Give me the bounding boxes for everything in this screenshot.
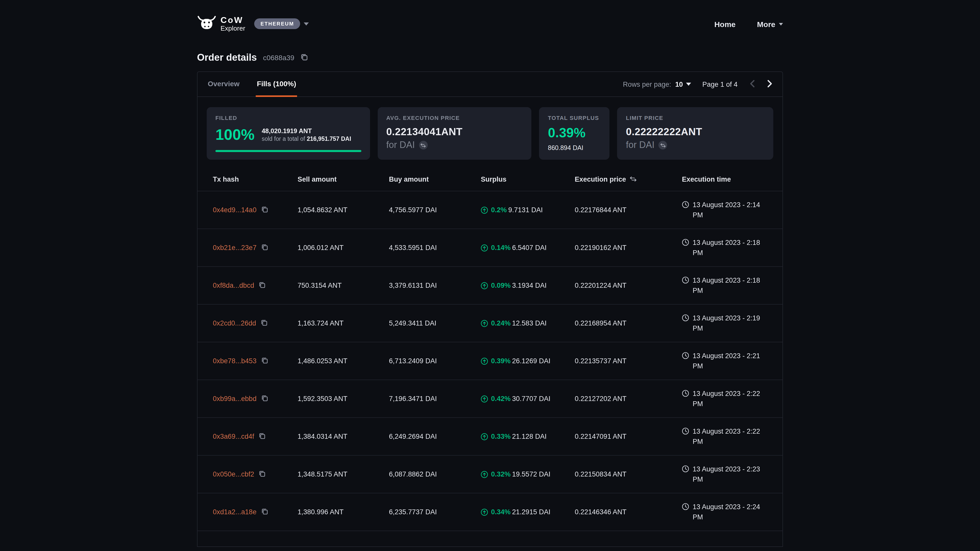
- execution-time: 13 August 2023 - 2:18 PM: [682, 238, 774, 258]
- execution-price: 0.22201224 ANT: [575, 282, 682, 289]
- previous-page-button[interactable]: [749, 79, 756, 89]
- avg-execution-price-label: AVG. EXECUTION PRICE: [386, 115, 523, 121]
- limit-price-value: 0.22222222ANT: [626, 126, 765, 138]
- tx-hash-link[interactable]: 0xf8da...dbcd: [213, 282, 254, 289]
- tx-hash-link[interactable]: 0x4ed9...14a0: [213, 206, 256, 214]
- network-selector[interactable]: ETHEREUM: [255, 19, 309, 29]
- chevron-down-icon: [686, 83, 691, 86]
- surplus-percent: 0.39%: [491, 357, 511, 365]
- execution-time-text: 13 August 2023 - 2:18 PM: [693, 238, 769, 258]
- tx-hash-link[interactable]: 0xb21e...23e7: [213, 244, 256, 251]
- surplus-up-icon: [481, 320, 488, 327]
- cow-icon: [197, 16, 216, 32]
- execution-price: 0.22176844 ANT: [575, 206, 682, 214]
- execution-price: 0.22150834 ANT: [575, 470, 682, 478]
- surplus-percent: 0.14%: [491, 244, 511, 251]
- surplus-amount: 30.7707 DAI: [512, 395, 550, 403]
- sort-swap-icon[interactable]: [630, 176, 636, 183]
- buy-amount: 6,249.2694 DAI: [389, 433, 481, 440]
- buy-amount: 4,756.5977 DAI: [389, 206, 481, 214]
- rows-per-page-value: 10: [675, 80, 683, 88]
- copy-tx-hash-button[interactable]: [261, 357, 268, 365]
- filled-card: FILLED 100% 48,020.1919 ANT sold for a t…: [207, 107, 370, 160]
- execution-price: 0.22127202 ANT: [575, 395, 682, 403]
- surplus-cell: 0.32% 19.5572 DAI: [481, 470, 575, 478]
- invert-price-icon[interactable]: [419, 141, 428, 149]
- rows-per-page: Rows per page: 10: [623, 80, 691, 88]
- logo-title: CoW: [221, 16, 245, 25]
- execution-time: 13 August 2023 - 2:18 PM: [682, 275, 774, 295]
- copy-icon: [301, 53, 307, 62]
- sell-amount: 1,163.724 ANT: [298, 319, 389, 327]
- execution-time: 13 August 2023 - 2:22 PM: [682, 389, 774, 409]
- copy-icon: [259, 470, 266, 478]
- execution-time: 13 August 2023 - 2:22 PM: [682, 427, 774, 446]
- tx-hash-link[interactable]: 0x050e...cbf2: [213, 470, 254, 478]
- page-indicator: Page 1 of 4: [702, 80, 738, 88]
- copy-order-id-button[interactable]: [301, 53, 307, 62]
- rows-per-page-select[interactable]: 10: [675, 80, 691, 88]
- limit-price-unit: for DAI: [626, 140, 765, 151]
- table-row: 0xf8da...dbcd 750.3154 ANT 3,379.6131 DA…: [197, 267, 783, 305]
- copy-tx-hash-button[interactable]: [261, 508, 268, 516]
- surplus-up-icon: [481, 244, 488, 251]
- execution-price: 0.22168954 ANT: [575, 319, 682, 327]
- col-surplus: Surplus: [481, 176, 575, 183]
- table-controls: Rows per page: 10 Page 1 of 4: [623, 72, 773, 97]
- execution-time: 13 August 2023 - 2:24 PM: [682, 502, 774, 522]
- table-row: 0xbe78...b453 1,486.0253 ANT 6,713.2409 …: [197, 342, 783, 380]
- next-page-button[interactable]: [766, 79, 773, 89]
- total-surplus-percent: 0.39%: [548, 125, 601, 141]
- copy-tx-hash-button[interactable]: [261, 319, 267, 327]
- copy-tx-hash-button[interactable]: [261, 395, 268, 403]
- execution-price: 0.22146346 ANT: [575, 508, 682, 516]
- col-execution-time: Execution time: [682, 176, 774, 183]
- chevron-left-icon: [749, 79, 756, 89]
- copy-tx-hash-button[interactable]: [261, 206, 268, 214]
- copy-tx-hash-button[interactable]: [261, 244, 268, 252]
- clock-icon: [682, 427, 689, 435]
- invert-price-icon[interactable]: [659, 141, 667, 149]
- tx-hash-link[interactable]: 0xb99a...ebbd: [213, 395, 256, 403]
- total-surplus-label: TOTAL SURPLUS: [548, 115, 601, 121]
- surplus-percent: 0.34%: [491, 508, 511, 516]
- surplus-up-icon: [481, 433, 488, 440]
- tx-hash-link[interactable]: 0xd1a2...a18e: [213, 508, 256, 516]
- table-body: 0x4ed9...14a0 1,054.8632 ANT 4,756.5977 …: [197, 191, 783, 531]
- table-header: Tx hash Sell amount Buy amount Surplus E…: [197, 168, 783, 191]
- chevron-down-icon: [304, 22, 309, 25]
- col-buy-amount: Buy amount: [389, 176, 481, 183]
- network-badge[interactable]: ETHEREUM: [255, 19, 300, 29]
- total-surplus-card: TOTAL SURPLUS 0.39% 860.894 DAI: [539, 107, 610, 160]
- surplus-percent: 0.2%: [491, 206, 507, 214]
- execution-time-text: 13 August 2023 - 2:14 PM: [693, 200, 769, 220]
- cow-explorer-logo[interactable]: CoW Explorer: [197, 16, 245, 32]
- copy-tx-hash-button[interactable]: [259, 281, 266, 289]
- nav-home[interactable]: Home: [714, 20, 735, 28]
- execution-time-text: 13 August 2023 - 2:18 PM: [693, 275, 769, 295]
- sell-amount: 1,006.012 ANT: [298, 244, 389, 251]
- col-execution-price[interactable]: Execution price: [575, 176, 682, 183]
- surplus-percent: 0.42%: [491, 395, 511, 403]
- tab-overview[interactable]: Overview: [207, 72, 241, 97]
- tx-hash-link[interactable]: 0x2cd0...26dd: [213, 319, 256, 327]
- surplus-cell: 0.09% 3.1934 DAI: [481, 282, 575, 289]
- tx-hash-link[interactable]: 0xbe78...b453: [213, 357, 256, 365]
- copy-icon: [261, 319, 267, 327]
- rows-per-page-label: Rows per page:: [623, 80, 671, 88]
- surplus-percent: 0.33%: [491, 433, 511, 440]
- copy-icon: [261, 206, 268, 214]
- execution-time-text: 13 August 2023 - 2:21 PM: [693, 351, 769, 371]
- clock-icon: [682, 201, 689, 208]
- chevron-right-icon: [766, 79, 773, 89]
- copy-tx-hash-button[interactable]: [259, 470, 266, 478]
- nav-more[interactable]: More: [757, 20, 783, 28]
- copy-tx-hash-button[interactable]: [259, 432, 266, 441]
- surplus-cell: 0.14% 6.5407 DAI: [481, 244, 575, 251]
- table-row: 0x4ed9...14a0 1,054.8632 ANT 4,756.5977 …: [197, 191, 783, 229]
- execution-time: 13 August 2023 - 2:23 PM: [682, 464, 774, 484]
- surplus-amount: 26.1269 DAI: [512, 357, 550, 365]
- tx-hash-link[interactable]: 0x3a69...cd4f: [213, 433, 254, 440]
- surplus-cell: 0.24% 12.583 DAI: [481, 319, 575, 327]
- tab-fills[interactable]: Fills (100%): [256, 72, 298, 97]
